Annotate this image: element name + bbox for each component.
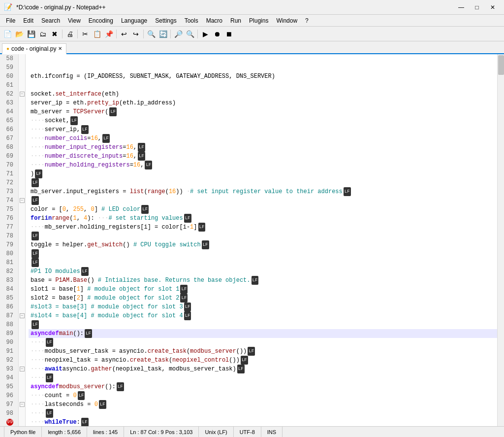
tb-macro[interactable]: ⏺ — [212, 29, 222, 39]
toolbar-sep-5 — [170, 30, 171, 38]
menu-plugins[interactable]: Plugins — [245, 15, 272, 26]
status-filetype: Python file — [4, 427, 42, 437]
menu-encoding[interactable]: Encoding — [85, 15, 117, 26]
status-lines: lines : 145 — [87, 427, 124, 437]
line-numbers: 5859606162636465666768697071727374757677… — [0, 54, 19, 426]
toolbar: 📄 📂 💾 🗂 ✖ 🖨 ✂ 📋 📌 ↩ ↪ 🔍 🔄 🔎 🔍 ▶ ⏺ ⏹ — [0, 27, 504, 41]
code-editor[interactable]: eth.ifconfig = (IP_ADDRESS, SUBNET_MASK,… — [26, 54, 497, 426]
statusbar: Python file length : 5,656 lines : 145 L… — [0, 426, 504, 437]
toolbar-sep-3 — [116, 30, 117, 38]
tab-label: code - original.py — [11, 45, 56, 52]
status-insert: INS — [261, 427, 283, 437]
menu-settings[interactable]: Settings — [151, 15, 180, 26]
toolbar-sep-2 — [77, 30, 78, 38]
tb-run[interactable]: ▶ — [200, 29, 211, 39]
tb-copy[interactable]: 📋 — [92, 29, 102, 39]
tb-print[interactable]: 🖨 — [64, 29, 75, 39]
menu-view[interactable]: View — [64, 15, 85, 26]
titlebar: 📝 *D:\code - original.py - Notepad++ — □… — [0, 0, 504, 15]
status-lineending: Unix (LF) — [199, 427, 233, 437]
menu-file[interactable]: File — [2, 15, 19, 26]
maximize-button[interactable]: □ — [470, 2, 484, 12]
menu-tools[interactable]: Tools — [181, 15, 202, 26]
menu-macro[interactable]: Macro — [202, 15, 226, 26]
vertical-scrollbar[interactable] — [497, 54, 504, 426]
menu-help[interactable]: ? — [301, 15, 313, 26]
toolbar-sep-4 — [143, 30, 144, 38]
menu-edit[interactable]: Edit — [19, 15, 37, 26]
tb-zoom-in[interactable]: 🔎 — [173, 29, 184, 39]
close-button[interactable]: ✕ — [485, 2, 500, 12]
menu-run[interactable]: Run — [226, 15, 245, 26]
minimize-button[interactable]: — — [454, 2, 469, 12]
fold-column: −−−−−− — [19, 54, 26, 426]
tb-cut[interactable]: ✂ — [80, 29, 91, 39]
editor-container: 5859606162636465666768697071727374757677… — [0, 54, 504, 426]
tb-open[interactable]: 📂 — [14, 29, 25, 39]
menu-language[interactable]: Language — [117, 15, 151, 26]
menu-window[interactable]: Window — [272, 15, 301, 26]
status-position: Ln : 87 Col : 9 Pos : 3,103 — [124, 427, 199, 437]
tab-icon: ● — [6, 46, 9, 51]
tab-original-py[interactable]: ● code - original.py ✕ — [2, 43, 66, 54]
menu-search[interactable]: Search — [37, 15, 64, 26]
tb-find[interactable]: 🔍 — [146, 29, 157, 39]
status-length: length : 5,656 — [42, 427, 87, 437]
tb-paste[interactable]: 📌 — [103, 29, 114, 39]
tb-stop[interactable]: ⏹ — [223, 29, 234, 39]
title-text: *D:\code - original.py - Notepad++ — [16, 4, 454, 11]
toolbar-sep-6 — [197, 30, 198, 38]
tb-new[interactable]: 📄 — [2, 29, 13, 39]
tb-redo[interactable]: ↪ — [130, 29, 141, 39]
menubar: File Edit Search View Encoding Language … — [0, 15, 504, 27]
tb-undo[interactable]: ↩ — [119, 29, 129, 39]
tb-close[interactable]: ✖ — [49, 29, 60, 39]
status-encoding: UTF-8 — [234, 427, 261, 437]
toolbar-sep-1 — [62, 30, 63, 38]
tb-save[interactable]: 💾 — [26, 29, 36, 39]
tabbar: ● code - original.py ✕ — [0, 41, 504, 54]
tb-save-all[interactable]: 🗂 — [37, 29, 48, 39]
tb-replace[interactable]: 🔄 — [158, 29, 168, 39]
tab-close-button[interactable]: ✕ — [58, 46, 62, 51]
tb-zoom-out[interactable]: 🔍 — [185, 29, 195, 39]
